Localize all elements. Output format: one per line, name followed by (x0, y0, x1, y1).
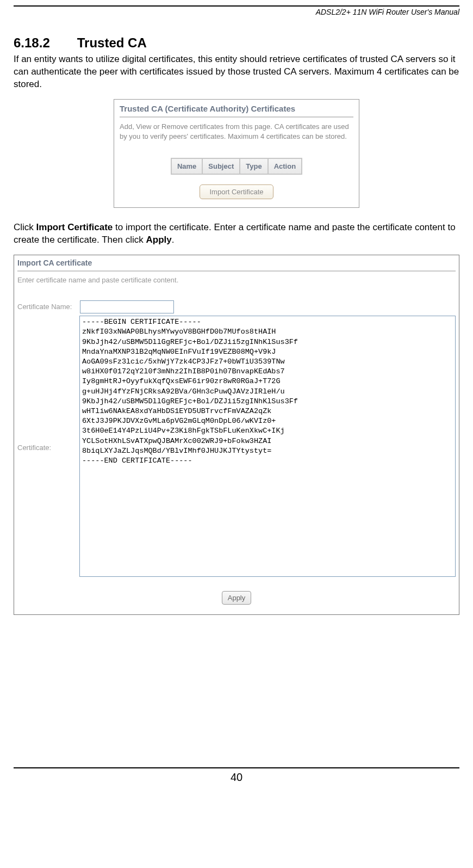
certificate-name-label: Certificate Name: (17, 300, 80, 311)
trusted-ca-panel: Trusted CA (Certificate Authority) Certi… (114, 99, 359, 208)
certificate-name-input[interactable] (80, 300, 174, 313)
page-footer: 40 (14, 767, 459, 784)
trusted-ca-title: Trusted CA (Certificate Authority) Certi… (120, 104, 353, 118)
certificate-textarea[interactable] (79, 316, 456, 577)
certificate-label: Certificate: (17, 444, 79, 452)
trusted-ca-description: Add, View or Remove certificates from th… (120, 122, 353, 141)
import-ca-title: Import CA certificate (17, 257, 456, 272)
p2-bold1: Import Certificate (36, 222, 113, 232)
section-paragraph-2: Click Import Certificate to import the c… (14, 221, 459, 247)
section-number: 6.18.2 (14, 35, 50, 50)
import-ca-panel: Import CA certificate Enter certificate … (14, 255, 459, 615)
p2-post: . (172, 235, 175, 245)
table-header-subject: Subject (202, 158, 240, 174)
import-ca-description: Enter certificate name and paste certifi… (17, 272, 456, 300)
manual-header: ADSL2/2+ 11N WiFi Router User's Manual (14, 8, 459, 16)
p2-bold2: Apply (146, 235, 171, 245)
apply-button[interactable]: Apply (222, 591, 252, 605)
section-paragraph-1: If an entity wants to utilize digital ce… (14, 53, 459, 91)
table-header-name: Name (171, 158, 202, 174)
table-header-type: Type (240, 158, 267, 174)
table-header-action: Action (268, 158, 302, 174)
p2-pre: Click (14, 222, 36, 232)
import-certificate-button[interactable]: Import Certificate (200, 184, 274, 199)
page-number: 40 (231, 771, 242, 783)
section-heading: 6.18.2Trusted CA (14, 35, 459, 51)
section-title-text: Trusted CA (77, 35, 147, 50)
trusted-ca-table: Name Subject Type Action (171, 158, 302, 175)
